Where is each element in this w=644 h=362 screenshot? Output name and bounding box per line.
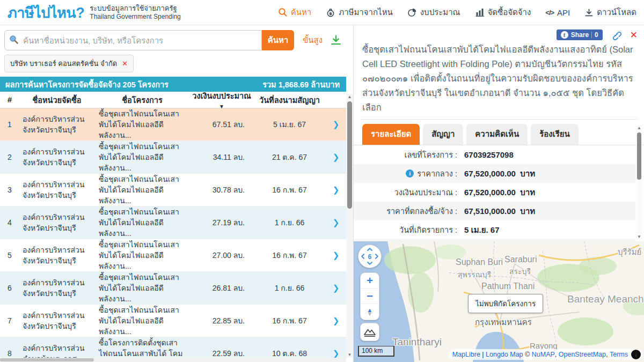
attribution-link[interactable]: OpenStreetMap [559, 351, 606, 358]
map-place-label: Tanintharyi [392, 336, 442, 348]
map-popup: ไม่พบพิกัดโครงการ [468, 294, 543, 313]
detail-tab[interactable]: รายละเอียด [362, 124, 420, 145]
nav-item-tax-source[interactable]: ฿ ภาษีมาจากไหน [326, 6, 393, 19]
scrollbar-thumb[interactable] [0, 358, 94, 361]
map-place-label: Suphan Buri [456, 257, 503, 267]
search-results-panel: ค้นหา ขั้นสูง บริษัท บราเธอร์ คอนสตรัคชั… [0, 25, 353, 362]
row-number: 5 [0, 251, 19, 260]
row-chevron-icon[interactable]: ❯ [333, 349, 340, 358]
detail-tab[interactable]: ความคิดเห็น [466, 124, 528, 145]
row-chevron-icon[interactable]: ❯ [333, 152, 340, 161]
col-budget-sort[interactable]: วงเงินงบประมาณ ▼ [190, 90, 253, 110]
map-place-label: Banteay Meanchey [567, 293, 644, 305]
table-row[interactable]: 5 องค์การบริหารส่วนจังหวัดปราจีนบุรี ซื้… [0, 239, 346, 272]
row-agency: องค์การบริหารส่วนจังหวัดปราจีนบุรี [19, 212, 94, 234]
map-zoom-level: 6 [368, 253, 372, 261]
app-logo[interactable]: ภาษีไปไหน? [8, 1, 84, 24]
field-value: 67,520,000.00 บาท [464, 167, 535, 180]
row-date: 21 ต.ค. 67 [253, 151, 326, 163]
row-date: 1 ก.ย. 66 [253, 282, 326, 294]
main-nav: ค้นหา ฿ ภาษีมาจากไหน งบประมาณ จัดซื้อจัด… [278, 6, 636, 19]
results-table: 1 องค์การบริหารส่วนจังหวัดปราจีนบุรี ซื้… [0, 108, 346, 362]
col-agency: ชื่อหน่วยจัดซื้อ [19, 94, 94, 106]
attribution-text: , [606, 351, 610, 358]
attribution-link[interactable]: MapLibre [452, 351, 480, 358]
scroll-up-icon[interactable]: ▲ [346, 94, 353, 99]
row-number: 8 [0, 349, 19, 358]
row-agency: องค์การบริหารส่วนจังหวัดปราจีนบุรี [19, 277, 94, 299]
col-num: # [0, 95, 19, 104]
share-count: 0 [595, 31, 598, 39]
left-vertical-scrollbar[interactable]: ▲ ▼ [346, 94, 353, 358]
detail-tab[interactable]: ร้องเรียน [531, 124, 579, 145]
scroll-down-icon[interactable]: ▼ [636, 234, 642, 239]
nav-item-download[interactable]: ดาวน์โหลด [584, 6, 636, 19]
copy-link-icon[interactable] [611, 30, 621, 40]
left-horizontal-scrollbar[interactable] [0, 358, 346, 362]
detail-field-row: i ราคาที่ตกลงซื้อ/จ้าง : 67,510,000.00 บ… [354, 202, 635, 220]
zoom-in-button[interactable]: + [361, 273, 379, 289]
row-chevron-icon[interactable]: ❯ [333, 283, 340, 292]
field-label: i ราคาที่ตกลงซื้อ/จ้าง : [358, 205, 457, 217]
filter-chip[interactable]: บริษัท บราเธอร์ คอนสตรัคชั่น จำกัด ✕ [4, 55, 134, 72]
bar-chart-icon [475, 8, 485, 17]
row-chevron-icon[interactable]: ❯ [333, 250, 340, 260]
advanced-search-link[interactable]: ขั้นสูง [303, 34, 323, 47]
attribution-info-icon[interactable]: i [631, 350, 641, 359]
terrain-toggle-button[interactable] [360, 323, 379, 341]
map-scale: 100 km [358, 346, 394, 357]
export-download-icon[interactable] [330, 34, 342, 46]
detail-field-row: i ราคากลาง : 67,520,000.00 บาท [354, 164, 635, 183]
zoom-out-button[interactable]: − [361, 289, 379, 304]
row-date: 16 ก.พ. 67 [253, 315, 326, 327]
attribution-link[interactable]: Longdo Map [486, 351, 523, 358]
scroll-up-icon[interactable]: ▲ [636, 125, 642, 130]
attribution-link[interactable]: Terms [610, 351, 628, 358]
field-value: 67,520,000.00 บาท [464, 186, 535, 199]
row-agency: องค์การบริหารส่วนจังหวัดปราจีนบุรี [19, 179, 94, 201]
scrollbar-thumb[interactable] [637, 132, 641, 180]
map-zoom-controls: + − ▲▼ [360, 272, 379, 320]
detail-tab[interactable]: สัญญา [423, 124, 463, 145]
table-row[interactable]: 7 องค์การบริหารส่วนจังหวัดปราจีนบุรี ซื้… [0, 305, 346, 337]
nav-item-budget[interactable]: งบประมาณ [407, 6, 460, 19]
search-row: ค้นหา ขั้นสูง [0, 25, 353, 54]
nav-item-search[interactable]: ค้นหา [278, 6, 312, 19]
row-chevron-icon[interactable]: ❯ [333, 218, 340, 227]
project-location-map[interactable]: บุรีรัมย์ Suphan Buri สุพรรณบุรี Sarabur… [354, 241, 644, 362]
search-button[interactable]: ค้นหา [262, 30, 294, 50]
map-place-label: Saraburi [504, 255, 537, 264]
table-row[interactable]: 4 องค์การบริหารส่วนจังหวัดปราจีนบุรี ซื้… [0, 206, 346, 239]
search-input[interactable] [4, 30, 262, 50]
detail-vertical-scrollbar[interactable]: ▲ ▼ [636, 125, 642, 239]
table-row[interactable]: 2 องค์การบริหารส่วนจังหวัดปราจีนบุรี ซื้… [0, 141, 346, 174]
table-row[interactable]: 1 องค์การบริหารส่วนจังหวัดปราจีนบุรี ซื้… [0, 108, 346, 141]
pitch-toggle-button[interactable]: ▲▼ [361, 304, 379, 320]
pie-chart-icon [407, 8, 417, 17]
field-label: i เลขที่โครงการ : [358, 149, 457, 161]
scroll-down-icon[interactable]: ▼ [346, 352, 353, 357]
scrollbar-thumb[interactable] [347, 101, 352, 209]
field-label: i วงเงินงบประมาณ : [358, 186, 457, 198]
row-chevron-icon[interactable]: ❯ [333, 185, 340, 194]
row-date: 5 เม.ย. 67 [253, 119, 326, 130]
row-number: 3 [0, 186, 19, 194]
map-compass-control[interactable]: 6 [358, 245, 382, 268]
project-detail-panel: f Share 0 ✕ ซื้อชุดเสาไฟถนนโคนเสาพับได้โ… [353, 25, 644, 362]
nav-item-procurement[interactable]: จัดซื้อจัดจ้าง [475, 6, 531, 19]
attribution-link[interactable]: NuMAP [532, 351, 555, 358]
nav-item-api[interactable]: </> API [545, 8, 570, 17]
close-detail-icon[interactable]: ✕ [630, 31, 638, 40]
table-row[interactable]: 3 องค์การบริหารส่วนจังหวัดปราจีนบุรี ซื้… [0, 174, 346, 206]
table-row[interactable]: 6 องค์การบริหารส่วนจังหวัดปราจีนบุรี ซื้… [0, 272, 346, 305]
facebook-share-button[interactable]: f Share 0 [557, 29, 603, 40]
row-project: ซื้อชุดเสาไฟถนนโคนเสาพับได้โคมไฟแอลอีดีพ… [94, 239, 190, 272]
row-project: ซื้อชุดเสาไฟถนนโคนเสาพับได้โคมไฟแอลอีดีพ… [94, 141, 190, 174]
mountains-icon [363, 326, 377, 338]
row-chevron-icon[interactable]: ❯ [333, 316, 340, 325]
detail-field-row: i วันที่เกิดรายการ : 5 เม.ย. 67 [354, 220, 635, 239]
remove-filter-icon[interactable]: ✕ [122, 60, 128, 68]
info-icon[interactable]: i [406, 169, 414, 178]
results-header-bar: ผลการค้นหาโครงการจัดซื้อจัดจ้าง 205 โครง… [0, 77, 346, 92]
row-chevron-icon[interactable]: ❯ [333, 120, 340, 129]
